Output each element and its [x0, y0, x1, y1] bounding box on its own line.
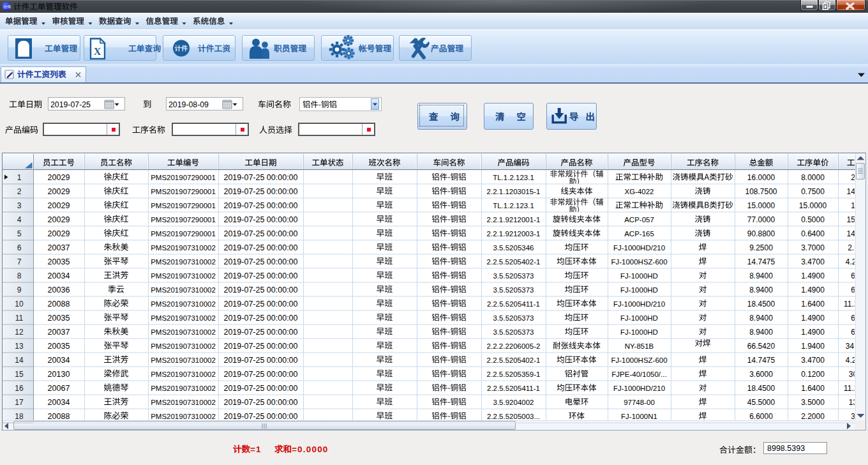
svg-text:FJ-1000HD/210: FJ-1000HD/210	[613, 300, 665, 308]
svg-text:PMS201907310002: PMS201907310002	[151, 356, 216, 364]
svg-text:2019-07-25 00:00:00: 2019-07-25 00:00:00	[223, 300, 297, 309]
svg-text:30: 30	[849, 370, 858, 379]
svg-text:PMS201907310002: PMS201907310002	[151, 370, 216, 378]
svg-text:=1: =1	[250, 445, 262, 454]
svg-text:45.5000: 45.5000	[747, 398, 775, 407]
svg-text:PMS201907310002: PMS201907310002	[151, 399, 216, 406]
svg-text:20035: 20035	[48, 314, 70, 323]
svg-text:15: 15	[15, 370, 24, 379]
svg-text:20029: 20029	[48, 173, 70, 182]
svg-text:18.4500: 18.4500	[747, 300, 775, 309]
svg-text:PMS201907310002: PMS201907310002	[151, 258, 216, 266]
svg-text:2019-07-25 00:00:00: 2019-07-25 00:00:00	[223, 201, 297, 210]
svg-text:4.25: 4.25	[846, 356, 861, 365]
svg-text:TL.1.2.123.1: TL.1.2.123.1	[493, 174, 534, 181]
svg-text:2019-07-25 00:00:00: 2019-07-25 00:00:00	[223, 271, 297, 280]
svg-text:8.0000: 8.0000	[801, 173, 825, 182]
svg-text:3: 3	[17, 201, 22, 210]
svg-text:20034: 20034	[48, 271, 70, 280]
svg-text:3.4700: 3.4700	[801, 356, 825, 365]
svg-text:1.4900: 1.4900	[801, 328, 825, 337]
svg-text:11.25: 11.25	[844, 300, 862, 309]
svg-text:3.5.9204002: 3.5.9204002	[493, 399, 534, 406]
svg-text:66.5420: 66.5420	[747, 342, 775, 351]
svg-text:8998.5393: 8998.5393	[767, 444, 805, 453]
svg-text:2: 2	[17, 187, 22, 196]
svg-text:2.2.5.5205402-1: 2.2.5.5205402-1	[487, 258, 541, 266]
svg-text:13: 13	[849, 398, 858, 407]
svg-text:0.5000: 0.5000	[801, 215, 825, 224]
svg-text:ACP-165: ACP-165	[624, 230, 654, 238]
svg-text:0.1200: 0.1200	[801, 370, 825, 379]
svg-text:142: 142	[846, 229, 859, 238]
svg-text:11: 11	[15, 314, 24, 323]
svg-text:XG-4022: XG-4022	[624, 188, 654, 195]
svg-text:2: 2	[851, 173, 855, 182]
svg-text:8.9400: 8.9400	[749, 328, 773, 337]
svg-text:0.7500: 0.7500	[801, 187, 825, 196]
svg-text:2.2000: 2.2000	[801, 412, 825, 421]
svg-text:17: 17	[15, 398, 24, 407]
svg-text:PMS201907310002: PMS201907310002	[151, 286, 216, 294]
svg-text:6: 6	[17, 243, 22, 252]
svg-text:14.7475: 14.7475	[747, 257, 775, 266]
svg-text:20037: 20037	[48, 243, 70, 252]
svg-text:PMS201907310002: PMS201907310002	[151, 272, 216, 280]
svg-text:6: 6	[851, 328, 855, 337]
svg-text:2019-07-25 00:00:00: 2019-07-25 00:00:00	[223, 314, 297, 323]
svg-text:2019-07-25 00:00:00: 2019-07-25 00:00:00	[223, 398, 297, 407]
svg-text:1.9400: 1.9400	[801, 342, 825, 351]
svg-text:20034: 20034	[48, 398, 70, 407]
svg-text:11.25: 11.25	[844, 384, 862, 393]
svg-text:15.0000: 15.0000	[747, 201, 775, 210]
svg-text:2019-07-25 00:00:00: 2019-07-25 00:00:00	[223, 356, 297, 365]
svg-text:9: 9	[17, 286, 22, 294]
svg-text:=0.0000: =0.0000	[292, 445, 329, 454]
svg-text:16.0000: 16.0000	[747, 173, 775, 182]
svg-text:8.9400: 8.9400	[749, 271, 773, 280]
svg-text:2.2.2.2206005-2: 2.2.2.2206005-2	[487, 342, 541, 350]
svg-text:2019-07-25 00:00:00: 2019-07-25 00:00:00	[223, 229, 297, 238]
svg-text:90.8800: 90.8800	[747, 229, 775, 238]
svg-text:3: 3	[851, 412, 855, 421]
svg-text:X: X	[94, 46, 101, 57]
svg-text:TL.1.2.123.1: TL.1.2.123.1	[493, 202, 534, 210]
svg-text:FJ-1000HSZ-600: FJ-1000HSZ-600	[611, 258, 667, 266]
svg-text:1: 1	[17, 173, 22, 182]
svg-text:3.5.5205373: 3.5.5205373	[493, 286, 534, 294]
svg-text:77.0000: 77.0000	[747, 215, 775, 224]
svg-text:2019-07-25 00:00:00: 2019-07-25 00:00:00	[223, 257, 297, 266]
svg-text:13: 13	[15, 342, 24, 351]
svg-text:3.5000: 3.5000	[801, 398, 825, 407]
svg-text:1: 1	[851, 201, 855, 210]
svg-text:20036: 20036	[48, 286, 70, 294]
svg-text:2019-07-25 00:00:00: 2019-07-25 00:00:00	[223, 342, 297, 351]
svg-text:14.7475: 14.7475	[747, 356, 775, 365]
svg-text:FJ-1000HD/210: FJ-1000HD/210	[613, 244, 665, 252]
svg-text:20029: 20029	[48, 215, 70, 224]
svg-text:PMS201907310002: PMS201907310002	[151, 328, 216, 336]
svg-text:1.4900: 1.4900	[801, 314, 825, 323]
svg-text:PMS201907310002: PMS201907310002	[151, 342, 216, 350]
svg-text:4.25: 4.25	[846, 257, 861, 266]
svg-text:2019-07-25 00:00:00: 2019-07-25 00:00:00	[223, 187, 297, 196]
svg-text:8: 8	[17, 271, 22, 280]
svg-text:108.7500: 108.7500	[745, 187, 777, 196]
svg-text:20088: 20088	[48, 300, 70, 309]
svg-text:FJPE-40/1050/...: FJPE-40/1050/...	[611, 370, 666, 378]
svg-text:20088: 20088	[48, 412, 70, 421]
svg-text:3.5.5205346: 3.5.5205346	[493, 244, 534, 252]
svg-text:PMS201907290001: PMS201907290001	[151, 230, 216, 238]
svg-text:1.4900: 1.4900	[801, 271, 825, 280]
svg-text:97748-00: 97748-00	[624, 399, 655, 406]
svg-text:1.6400: 1.6400	[801, 384, 825, 393]
svg-text:2019-07-25 00:00:00: 2019-07-25 00:00:00	[223, 412, 297, 421]
svg-text:8.9400: 8.9400	[749, 286, 773, 294]
svg-text:20029: 20029	[48, 187, 70, 196]
svg-text:14: 14	[15, 356, 24, 365]
svg-text:2.2.1.9212003-1: 2.2.1.9212003-1	[487, 230, 541, 238]
svg-text:2.2.5.5205402-1: 2.2.5.5205402-1	[487, 356, 541, 364]
svg-text:ACP-057: ACP-057	[624, 216, 654, 224]
svg-text:2019-07-25 00:00:00: 2019-07-25 00:00:00	[223, 384, 297, 393]
svg-text:FJ-1000HD/210: FJ-1000HD/210	[613, 385, 665, 392]
